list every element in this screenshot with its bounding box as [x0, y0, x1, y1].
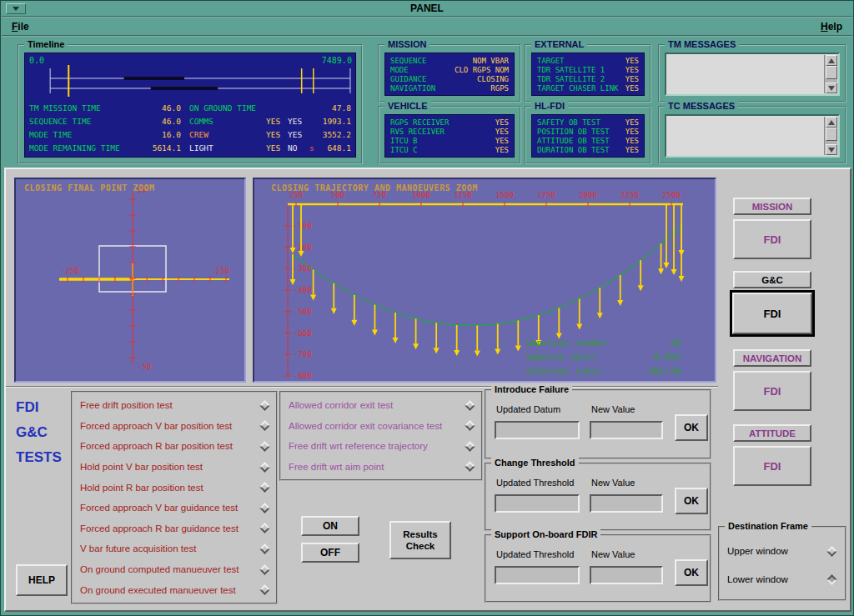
test-item[interactable]: V bar future acquisition test	[73, 538, 276, 558]
tc-messages-group: TC MESSAGES	[658, 106, 846, 164]
test-item[interactable]: Forced approach R bar position test	[73, 436, 276, 456]
trajectory-plot-title: CLOSING TRAJECTORY AND MANOEUVERS ZOOM	[271, 183, 478, 193]
gc-fdi-button[interactable]: FDI	[732, 293, 812, 334]
gc-label: G&C	[733, 271, 811, 288]
test-item-disabled: Allowed corridor exit test	[281, 395, 481, 415]
svg-text:-800: -800	[294, 372, 312, 380]
scroll-up-button[interactable]	[826, 117, 837, 128]
test-toggle	[465, 441, 475, 452]
scroll-down-button[interactable]	[826, 144, 837, 155]
timeline-telemetry: TM MISSION TIME46.0ON GROUND TIME47.8 SE…	[29, 101, 351, 155]
test-toggle[interactable]	[259, 462, 270, 473]
svg-text:interval (sec): interval (sec)	[525, 366, 603, 377]
hl-fdi-status: SAFETY OB TESTYES POSITION OB TESTYES AT…	[531, 114, 645, 158]
change-threshold-ok-button[interactable]: OK	[675, 488, 708, 514]
timeline-display: 0.0 7489.0 TM MISSION TIME46.0ON GROUND …	[24, 53, 356, 158]
external-title: EXTERNAL	[531, 39, 587, 49]
menu-help[interactable]: Help	[816, 19, 847, 34]
svg-text:1500: 1500	[495, 191, 514, 199]
timeline-end-value: 7489.0	[322, 56, 352, 65]
destination-option-upper[interactable]: Upper window	[727, 543, 836, 559]
fdi-panel-attitude: ATTITUDE FDI	[730, 424, 815, 494]
updated-threshold-input[interactable]	[495, 566, 580, 584]
window-menu-button[interactable]	[6, 3, 26, 14]
new-value-input[interactable]	[590, 566, 663, 584]
svg-text:1750: 1750	[537, 191, 555, 199]
gc-fdi-wrap: FDI	[730, 290, 815, 337]
tm-messages-list[interactable]	[665, 53, 840, 96]
scrollbar-thumb[interactable]	[826, 128, 837, 141]
svg-text:2250: 2250	[620, 191, 639, 199]
destination-lower-toggle[interactable]	[826, 574, 837, 585]
svg-text:-600: -600	[294, 329, 312, 338]
timeline-group: Timeline 0.0 7489.0 TM MISSION TIME46.0O…	[18, 44, 363, 164]
support-fdir-ok-button[interactable]: OK	[675, 559, 708, 586]
test-toggle[interactable]	[259, 421, 270, 432]
test-toggle[interactable]	[259, 584, 270, 595]
hl-fdi-title: HL-FDI	[531, 101, 568, 111]
svg-text:-500: -500	[294, 308, 312, 316]
test-item[interactable]: Hold point R bar position test	[73, 478, 276, 498]
introduce-failure-ok-button[interactable]: OK	[675, 414, 708, 441]
test-item[interactable]: Forced approach R bar guidance test	[73, 518, 276, 538]
test-toggle[interactable]	[259, 400, 270, 411]
updated-threshold-input[interactable]	[495, 494, 580, 513]
test-item[interactable]: On ground computed manueuver test	[73, 559, 276, 579]
updated-datum-input[interactable]	[495, 421, 580, 439]
test-toggle[interactable]	[259, 523, 270, 533]
test-item[interactable]: On ground executed manueuver test	[73, 580, 276, 600]
svg-text:impulses number: impulses number	[525, 338, 609, 348]
test-toggle[interactable]	[259, 503, 270, 513]
new-value-input[interactable]	[590, 494, 663, 513]
destination-frame-group: Destination Frame Upper window Lower win…	[718, 526, 846, 601]
scroll-up-button[interactable]	[826, 55, 837, 66]
titlebar[interactable]: PANEL	[2, 1, 852, 18]
tc-messages-scrollbar[interactable]	[824, 117, 837, 155]
scrollbar-thumb[interactable]	[826, 66, 837, 79]
introduce-failure-group: Introduce Failure Updated Datum New Valu…	[485, 389, 711, 459]
new-value-input[interactable]	[590, 421, 663, 439]
test-item[interactable]: Free drift position test	[73, 395, 276, 415]
svg-text:-50: -50	[138, 363, 151, 371]
test-item-disabled: Allowed corridor exit covariance test	[281, 416, 481, 436]
tm-messages-scrollbar[interactable]	[824, 55, 837, 93]
test-item[interactable]: Forced approach V bar guidance test	[73, 498, 276, 518]
svg-text:-300: -300	[294, 264, 312, 273]
svg-text:250: 250	[216, 267, 229, 275]
test-toggle[interactable]	[259, 482, 270, 493]
test-toggle[interactable]	[259, 543, 270, 554]
timeline-row: MODE REMAINING TIME5614.1LIGHTYESNOs648.…	[29, 143, 351, 153]
hl-fdi-group: HL-FDI SAFETY OB TESTYES POSITION OB TES…	[525, 106, 651, 164]
on-button[interactable]: ON	[301, 516, 359, 536]
attitude-fdi-button[interactable]: FDI	[733, 446, 811, 486]
tc-messages-title: TC MESSAGES	[665, 101, 738, 111]
mission-fdi-button[interactable]: FDI	[733, 219, 811, 259]
svg-text:0.052: 0.052	[654, 352, 681, 363]
svg-text:-400: -400	[294, 286, 312, 294]
test-item[interactable]: Hold point V bar position test	[73, 457, 276, 477]
destination-option-lower[interactable]: Lower window	[727, 571, 836, 588]
test-toggle[interactable]	[259, 564, 270, 575]
tests-heading-line: TESTS	[16, 449, 71, 466]
results-check-button[interactable]: Results Check	[389, 521, 451, 559]
vehicle-title: VEHICLE	[384, 101, 431, 111]
support-fdir-title: Support On-board FDIR	[491, 529, 600, 539]
test-toggle[interactable]	[259, 441, 270, 452]
tc-messages-list[interactable]	[665, 114, 840, 158]
section-divider	[6, 386, 718, 388]
svg-text:impulse (m/s): impulse (m/s)	[525, 352, 597, 363]
destination-upper-toggle[interactable]	[826, 546, 837, 557]
mission-status: SEQUENCENOM VBAR MODECLO RGPS NOM GUIDAN…	[384, 53, 515, 96]
scroll-down-button[interactable]	[826, 83, 837, 93]
menu-file[interactable]: File	[7, 19, 34, 34]
change-threshold-group: Change Threshold Updated Threshold New V…	[485, 463, 711, 531]
svg-text:-250: -250	[61, 267, 79, 275]
trajectory-plot-canvas: 2505007501000125015001750200022502500-10…	[254, 179, 715, 381]
test-item[interactable]: Forced approach V bar position test	[73, 416, 276, 436]
navigation-fdi-button[interactable]: FDI	[733, 371, 811, 411]
fdi-panel-mission: MISSION FDI	[730, 198, 815, 268]
attitude-label: ATTITUDE	[733, 424, 811, 442]
off-button[interactable]: OFF	[301, 543, 359, 563]
help-button[interactable]: HELP	[16, 564, 68, 596]
test-item-disabled: Free drift wrt aim point	[281, 457, 481, 477]
